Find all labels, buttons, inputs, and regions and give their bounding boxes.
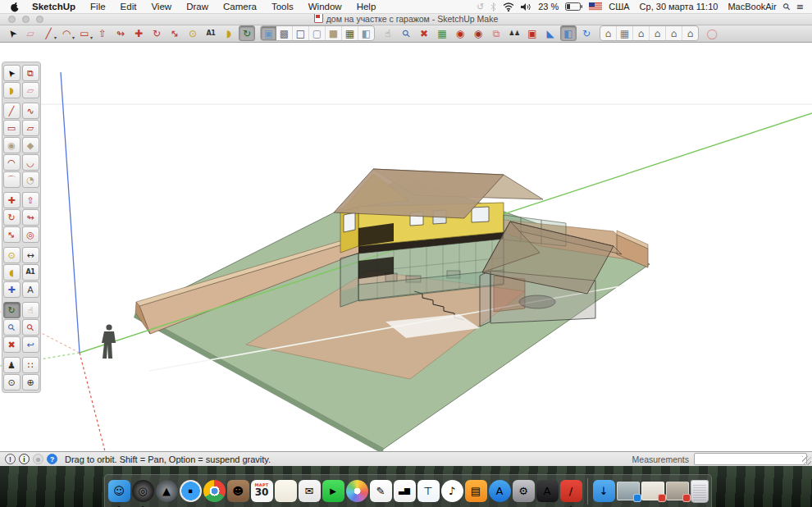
menu-tools[interactable]: Tools bbox=[264, 2, 301, 11]
model-viewport[interactable] bbox=[0, 43, 812, 451]
menu-view[interactable]: View bbox=[144, 2, 179, 11]
follow-me-tool[interactable]: ↬ bbox=[112, 25, 129, 41]
apple-menu[interactable] bbox=[11, 2, 20, 12]
measurements-input[interactable] bbox=[694, 453, 807, 465]
left-view[interactable]: ⌂ bbox=[682, 26, 698, 40]
menu-edit[interactable]: Edit bbox=[113, 2, 144, 11]
finder-dock-icon[interactable]: ☺ bbox=[108, 480, 130, 502]
three-point-arc-tool[interactable]: ⌒ bbox=[3, 171, 21, 188]
back-view[interactable]: ⌂ bbox=[666, 26, 682, 40]
polygon-tool[interactable]: ◆ bbox=[22, 137, 39, 153]
device-name[interactable]: MacBookAir bbox=[728, 2, 776, 11]
orbit-tool[interactable]: ↻ bbox=[239, 25, 255, 41]
walk-tool[interactable]: ☝ bbox=[380, 25, 396, 41]
chrome-dock-icon[interactable] bbox=[203, 480, 226, 502]
top-view[interactable]: ▦ bbox=[617, 26, 633, 40]
minimized-window-1[interactable] bbox=[617, 482, 640, 500]
tape-measure-tool[interactable]: ⊙ bbox=[3, 247, 21, 263]
shadows-toggle[interactable]: ◧ bbox=[560, 25, 577, 41]
components-tool[interactable]: ♟♟ bbox=[506, 25, 522, 41]
zoom-window-button[interactable] bbox=[36, 16, 43, 23]
walk-tool[interactable]: ∷ bbox=[22, 357, 39, 373]
push-pull-tool[interactable]: ⇧ bbox=[22, 192, 39, 208]
ibooks-dock-icon[interactable]: ▤ bbox=[465, 480, 487, 502]
orbit-tool[interactable]: ↻ bbox=[3, 302, 21, 318]
menu-draw[interactable]: Draw bbox=[179, 2, 216, 11]
menu-app-name[interactable]: SketchUp bbox=[25, 2, 83, 11]
keynote-dock-icon[interactable]: ⊤ bbox=[417, 480, 440, 502]
time-machine-icon[interactable]: ↺ bbox=[477, 2, 484, 12]
rectangle-tool[interactable]: ▭ bbox=[3, 120, 21, 136]
rotated-rectangle-tool[interactable]: ▱ bbox=[22, 120, 39, 136]
menu-clock[interactable]: Ср, 30 марта 11:10 bbox=[640, 2, 718, 11]
geolocation-status-icon[interactable]: ! bbox=[5, 454, 16, 464]
close-window-button[interactable] bbox=[8, 16, 16, 23]
notification-center-icon[interactable]: ≡ bbox=[796, 2, 804, 12]
wireframe-style[interactable]: □ bbox=[293, 26, 309, 40]
zoom-tool[interactable]: ⚲ bbox=[398, 25, 414, 41]
eraser-tool[interactable]: ▱ bbox=[22, 25, 39, 41]
menu-camera[interactable]: Camera bbox=[216, 2, 264, 11]
hidden-line-style[interactable]: ▢ bbox=[309, 26, 326, 40]
iso-view[interactable]: ⌂ bbox=[600, 26, 617, 40]
3d-text-tool[interactable]: A bbox=[22, 281, 39, 298]
input-source-label[interactable]: США bbox=[609, 2, 629, 11]
paint-bucket-tool[interactable]: ◗ bbox=[3, 82, 21, 98]
push-pull-tool[interactable]: ⇧ bbox=[94, 25, 111, 41]
previous-view-tool[interactable]: ↩ bbox=[22, 336, 39, 353]
follow-me-tool[interactable]: ↬ bbox=[22, 209, 39, 226]
rotate-tool[interactable]: ↻ bbox=[3, 209, 21, 226]
credits-status-icon[interactable]: i bbox=[19, 454, 30, 464]
minimized-window-2[interactable] bbox=[641, 482, 664, 500]
line-tool[interactable]: ╱▾ bbox=[40, 25, 57, 41]
minimize-window-button[interactable] bbox=[22, 16, 30, 23]
select-tool[interactable]: ➤ bbox=[4, 25, 21, 41]
look-around-tool[interactable]: ⊙ bbox=[3, 374, 21, 391]
arc-tool[interactable]: ◠▾ bbox=[58, 25, 75, 41]
pie-tool[interactable]: ◔ bbox=[22, 171, 39, 188]
bluetooth-icon[interactable] bbox=[490, 2, 496, 11]
styles-tool[interactable]: ▣ bbox=[524, 25, 541, 41]
pages-dock-icon[interactable]: ✎ bbox=[370, 480, 392, 502]
safari-dock-icon[interactable]: ◆ bbox=[180, 480, 202, 502]
archicad-dock-icon[interactable]: A bbox=[536, 480, 559, 502]
xray-style[interactable]: ▣ bbox=[261, 26, 276, 40]
screen-capture-dock-icon[interactable]: ◎ bbox=[132, 480, 154, 502]
launchpad-dock-icon[interactable]: ▲ bbox=[156, 480, 178, 502]
get-models-tool[interactable]: ◉ bbox=[452, 25, 468, 41]
resize-grip[interactable] bbox=[802, 456, 811, 465]
monochrome-style[interactable]: ◧ bbox=[358, 26, 374, 40]
itunes-dock-icon[interactable]: ♪ bbox=[441, 480, 463, 502]
right-view[interactable]: ⌂ bbox=[650, 26, 666, 40]
share-model-tool[interactable]: ◉ bbox=[470, 25, 486, 41]
axes-tool[interactable]: ✚ bbox=[3, 281, 21, 298]
sandbox-tool[interactable]: ◣ bbox=[542, 25, 559, 41]
system-preferences-dock-icon[interactable]: ⚙ bbox=[513, 480, 535, 502]
zoom-tool[interactable]: ⚲ bbox=[3, 319, 21, 336]
share-component-tool[interactable]: ⧉ bbox=[488, 25, 504, 41]
paint-bucket-tool[interactable]: ◗ bbox=[221, 25, 237, 41]
wifi-icon[interactable] bbox=[503, 2, 514, 11]
help-status-icon[interactable]: ? bbox=[47, 454, 57, 464]
front-view[interactable]: ⌂ bbox=[633, 26, 650, 40]
photos-dock-icon[interactable] bbox=[346, 480, 368, 502]
select-tool[interactable]: ➤ bbox=[3, 65, 21, 81]
circle-tool[interactable]: ◉ bbox=[3, 137, 21, 153]
menu-help[interactable]: Help bbox=[349, 2, 384, 11]
line-tool[interactable]: ╱ bbox=[3, 103, 21, 119]
move-tool[interactable]: ✚ bbox=[130, 25, 147, 41]
shaded-style[interactable]: ■ bbox=[326, 26, 342, 40]
scale-tool[interactable]: ↔ bbox=[3, 226, 21, 243]
text-tool[interactable]: A1 bbox=[22, 264, 39, 281]
contacts-dock-icon[interactable]: ☻ bbox=[227, 480, 249, 502]
mail-dock-icon[interactable]: ✉ bbox=[299, 480, 321, 502]
numbers-dock-icon[interactable]: ▃▆ bbox=[394, 480, 416, 502]
dimension-tool[interactable]: ↔ bbox=[22, 247, 39, 263]
turn-around-tool[interactable]: ⊕ bbox=[22, 374, 39, 391]
face-camera-tool[interactable]: ◯ bbox=[704, 25, 720, 41]
back-edges-style[interactable]: ▩ bbox=[276, 26, 293, 40]
shape-tool[interactable]: ▭▾ bbox=[76, 25, 93, 41]
input-flag-icon[interactable] bbox=[589, 2, 602, 11]
spotlight-search-icon[interactable]: ⚲ bbox=[780, 1, 792, 13]
menu-file[interactable]: File bbox=[83, 2, 113, 11]
